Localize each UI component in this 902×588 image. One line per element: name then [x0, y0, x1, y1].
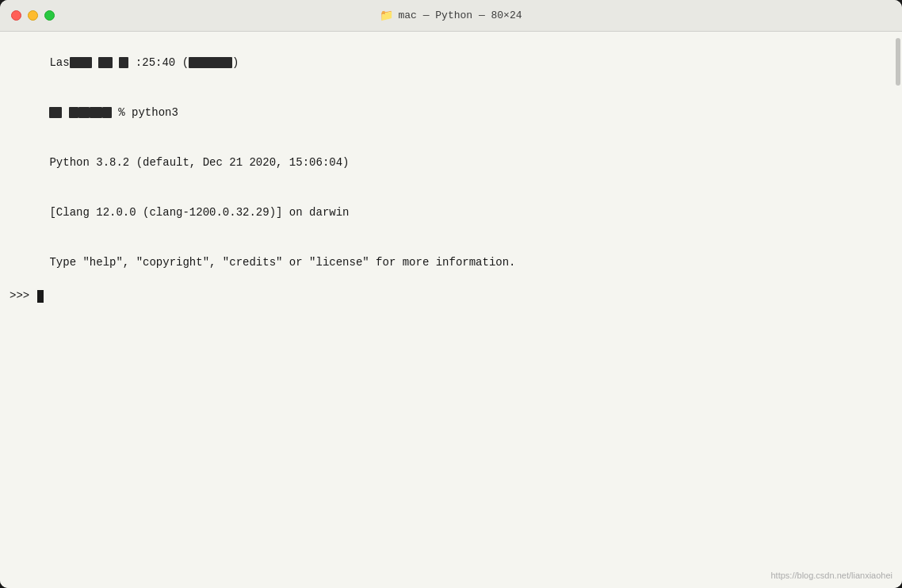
title-bar: 📁 mac — Python — 80×24	[0, 0, 902, 32]
clang-info: [Clang 12.0.0 (clang-1200.0.32.29)] on d…	[49, 206, 349, 219]
window-title: 📁 mac — Python — 80×24	[380, 9, 522, 22]
traffic-lights	[11, 10, 55, 21]
terminal-window: 📁 mac — Python — 80×24 Las :25:40 ( ) % …	[0, 0, 902, 588]
redacted-8	[90, 107, 102, 118]
last-login-space	[113, 56, 119, 69]
redacted-3	[119, 57, 128, 68]
redacted-6	[69, 107, 78, 118]
python-command: % python3	[112, 106, 178, 119]
last-login-end: )	[232, 56, 239, 69]
terminal-body[interactable]: Las :25:40 ( ) % python3 Python 3.8.2 (d…	[0, 32, 902, 588]
cursor	[37, 290, 44, 303]
last-login-middle	[92, 56, 98, 69]
minimize-button[interactable]	[28, 10, 38, 21]
maximize-button[interactable]	[44, 10, 55, 21]
title-icon: 📁	[380, 9, 393, 22]
terminal-line-1: Las :25:40 ( )	[10, 38, 892, 88]
last-login-time: :25:40 (	[128, 56, 189, 69]
redacted-1	[70, 57, 92, 68]
window-title-text: mac — Python — 80×24	[398, 10, 522, 21]
redacted-2	[98, 57, 113, 68]
close-button[interactable]	[11, 10, 21, 21]
redacted-5	[49, 107, 62, 118]
python-version: Python 3.8.2 (default, Dec 21 2020, 15:0…	[49, 156, 349, 169]
last-login-prefix: Las	[49, 56, 69, 69]
scrollbar[interactable]	[896, 38, 900, 86]
terminal-prompt-line[interactable]: >>>	[10, 288, 892, 304]
prompt-symbol: >>>	[10, 288, 36, 304]
terminal-line-2: % python3	[10, 88, 892, 138]
watermark: https://blog.csdn.net/lianxiaohei	[771, 569, 893, 582]
terminal-line-5: Type "help", "copyright", "credits" or "…	[10, 238, 892, 288]
redacted-7	[78, 107, 90, 118]
hostname-space	[62, 106, 68, 119]
type-help: Type "help", "copyright", "credits" or "…	[49, 256, 515, 269]
terminal-line-3: Python 3.8.2 (default, Dec 21 2020, 15:0…	[10, 138, 892, 188]
redacted-4	[189, 57, 232, 68]
terminal-line-4: [Clang 12.0.0 (clang-1200.0.32.29)] on d…	[10, 188, 892, 238]
redacted-9	[102, 107, 112, 118]
